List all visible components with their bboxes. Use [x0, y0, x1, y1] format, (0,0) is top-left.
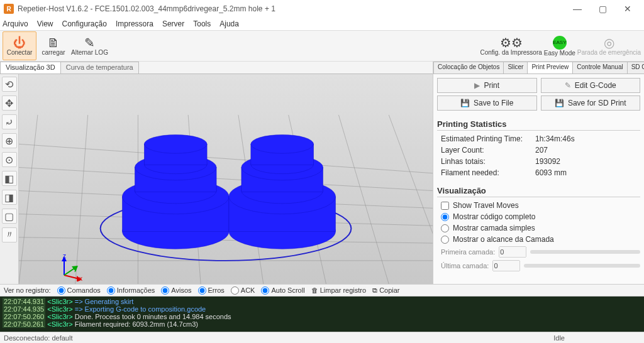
svg-line-6 [19, 115, 38, 284]
load-label: carregar [42, 49, 65, 56]
print-button[interactable]: ▶Print [437, 78, 537, 93]
show-travel-input[interactable] [441, 202, 449, 210]
menu-ajuda[interactable]: Ajuda [219, 19, 239, 28]
first-layer-slider[interactable] [530, 250, 640, 254]
last-layer-slider[interactable] [524, 264, 640, 268]
app-icon: R [4, 4, 14, 14]
filter-ack[interactable]: ACK [231, 286, 255, 295]
axis-y-label: y [74, 265, 77, 272]
parallel-view-button[interactable]: 〃 [2, 227, 17, 242]
menu-arquivo[interactable]: Arquivo [3, 19, 28, 28]
svg-line-5 [19, 144, 433, 173]
full-code-radio[interactable]: Mostrar código completo [441, 212, 640, 221]
tab-manual-control[interactable]: Controle Manual [572, 62, 627, 74]
save-sd-button[interactable]: 💾Save for SD Print [541, 95, 641, 111]
reset-view-button[interactable]: ⟲ [2, 77, 17, 92]
status-bar: Desconectado: default Idle [0, 332, 644, 343]
move-view-button[interactable]: ✥ [2, 95, 17, 111]
tab-3d-view[interactable]: Visualização 3D [0, 62, 61, 74]
log-filter-bar: Ver no registro: Comandos Informações Av… [0, 284, 644, 297]
emergency-icon: ◎ [604, 36, 614, 49]
axis-x-label: x [79, 275, 82, 282]
left-panel: Visualização 3D Curva de temperatura ⟲ ✥… [0, 62, 433, 284]
main-toolbar: ⏻ Conectar 🗎 carregar ✎ Alternar LOG ⚙⚙ … [0, 30, 644, 62]
filter-info[interactable]: Informações [107, 286, 155, 295]
edit-gcode-button[interactable]: ✎Edit G-Code [541, 78, 641, 93]
easy-icon: EASY [553, 36, 567, 50]
build-plate-grid [19, 74, 433, 284]
menu-bar: Arquivo View Configuração Impressora Ser… [0, 18, 644, 30]
full-code-input[interactable] [441, 213, 449, 221]
tab-object-placement[interactable]: Colocação de Objetos [433, 62, 504, 74]
filament-label: Filament needed: [441, 168, 535, 177]
est-time-label: Estimated Printing Time: [441, 134, 535, 143]
printerconfig-label: Config. da Impressora [480, 49, 541, 56]
filament-value: 6093 mm [535, 168, 640, 177]
est-time-value: 1h:34m:46s [535, 134, 640, 143]
show-travel-checkbox[interactable]: Show Travel Moves [441, 201, 640, 210]
menu-server[interactable]: Server [162, 19, 184, 28]
play-icon: ▶ [474, 81, 480, 90]
connect-button[interactable]: ⏻ Conectar [3, 31, 36, 60]
view-iso-button[interactable]: ◧ [2, 171, 17, 186]
emergency-label: Parada de emergência [577, 49, 641, 56]
last-layer-spinner[interactable] [492, 260, 520, 271]
filter-errors[interactable]: Erros [198, 286, 225, 295]
menu-view[interactable]: View [37, 19, 53, 28]
close-button[interactable]: ✕ [615, 0, 640, 18]
gears-icon: ⚙⚙ [500, 36, 523, 49]
zoom-in-button[interactable]: ⊕ [2, 133, 17, 148]
last-layer-label: Última camada: [441, 262, 489, 270]
layer-count-value: 207 [535, 146, 640, 155]
minimize-button[interactable]: — [565, 0, 590, 18]
load-button[interactable]: 🗎 carregar [36, 31, 70, 60]
menu-tools[interactable]: Tools [193, 19, 211, 28]
tab-temperature-curve[interactable]: Curva de temperatura [60, 62, 139, 74]
connect-label: Conectar [7, 49, 33, 56]
window-buttons: — ▢ ✕ [565, 0, 640, 18]
layer-count-label: Layer Count: [441, 146, 535, 155]
copy-log-button[interactable]: ⧉ Copiar [372, 286, 399, 295]
zoom-fit-button[interactable]: ⊙ [2, 152, 17, 167]
single-layer-input[interactable] [441, 224, 449, 232]
menu-impressora[interactable]: Impressora [116, 19, 153, 28]
single-layer-radio[interactable]: Mostrar camada simples [441, 224, 640, 232]
easy-mode-button[interactable]: EASY Easy Mode [543, 31, 577, 60]
editgcode-label: Edit G-Code [575, 81, 616, 90]
clear-log-button[interactable]: 🗑 Limpar registro [311, 286, 366, 294]
maximize-button[interactable]: ▢ [590, 0, 615, 18]
layer-range-input[interactable] [441, 236, 449, 244]
edit-icon: ✎ [565, 81, 571, 90]
svg-point-23 [144, 134, 207, 153]
view-front-button[interactable]: ◨ [2, 190, 17, 205]
line-count-value: 193092 [535, 157, 640, 166]
emergency-stop-button[interactable]: ◎ Parada de emergência [577, 31, 641, 60]
savefile-label: Save to File [474, 99, 513, 107]
tab-print-preview[interactable]: Print Preview [527, 62, 573, 74]
right-panel: Colocação de Objetos Slicer Print Previe… [433, 62, 644, 284]
svg-line-13 [389, 115, 433, 284]
tab-slicer[interactable]: Slicer [503, 62, 528, 74]
menu-config[interactable]: Configuração [62, 19, 106, 28]
log-output[interactable]: 22:07:44.931 <Slic3r> => Generating skir… [0, 297, 644, 332]
svg-line-1 [19, 237, 433, 243]
right-tabs: Colocação de Objetos Slicer Print Previe… [433, 62, 644, 74]
document-icon: 🗎 [47, 36, 60, 49]
savesd-label: Save for SD Print [568, 99, 626, 107]
tab-sd-card[interactable]: SD Card [627, 62, 644, 74]
printer-config-button[interactable]: ⚙⚙ Config. da Impressora [479, 31, 542, 60]
log-line: 22:07:44.935 <Slic3r> => Exporting G-cod… [3, 305, 641, 313]
idle-status: Idle [553, 334, 565, 342]
filter-commands[interactable]: Comandos [57, 286, 101, 295]
rotate-view-button[interactable]: ⤾ [2, 114, 17, 129]
log-line: 22:07:50.261 <Slic3r> Filament required:… [3, 320, 641, 328]
3d-viewport[interactable]: z y x [19, 74, 433, 284]
save-icon: 💾 [460, 99, 470, 107]
filter-warnings[interactable]: Avisos [161, 286, 191, 295]
first-layer-spinner[interactable] [499, 246, 526, 258]
filter-autoscroll[interactable]: Auto Scroll [261, 286, 304, 295]
view-top-button[interactable]: ▢ [2, 209, 17, 224]
toggle-log-button[interactable]: ✎ Alternar LOG [70, 31, 109, 60]
layer-range-radio[interactable]: Mostrar o alcance da Camada [441, 235, 640, 244]
save-to-file-button[interactable]: 💾Save to File [437, 95, 537, 111]
